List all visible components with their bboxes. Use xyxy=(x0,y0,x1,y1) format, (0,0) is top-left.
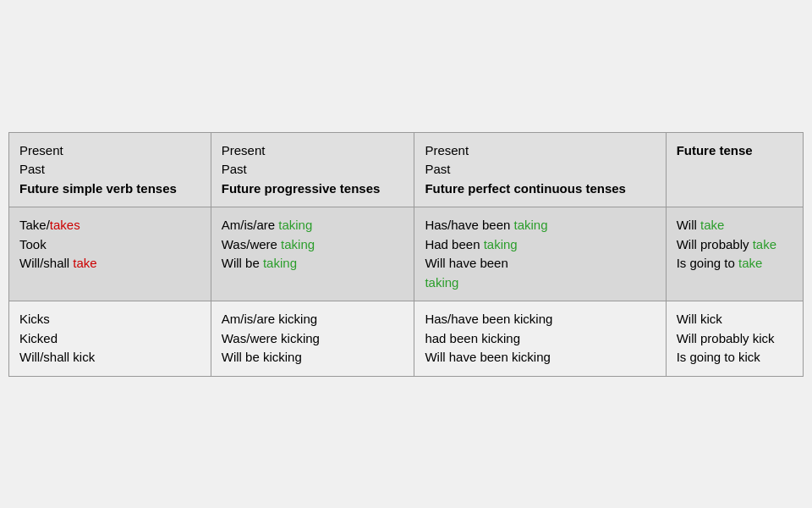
grammar-table: PresentPastFuture simple verb tenses Pre… xyxy=(8,132,804,377)
row2-cell4: Will kickWill probably kickIs going to k… xyxy=(666,301,803,377)
header-cell-2: PresentPastFuture progressive tenses xyxy=(211,132,414,207)
taking-6: taking xyxy=(425,275,458,290)
row2-cell2: Am/is/are kickingWas/were kickingWill be… xyxy=(211,301,414,377)
header-2-bold: Future progressive tenses xyxy=(222,181,381,196)
header-3-line1: PresentPast xyxy=(425,143,469,177)
kicks-text: KicksKickedWill/shall kick xyxy=(19,312,95,364)
row1-cell1: Take/takes Took Will/shall take xyxy=(9,207,211,301)
kick-future-text: Will kickWill probably kickIs going to k… xyxy=(677,312,775,364)
header-cell-1: PresentPastFuture simple verb tenses xyxy=(9,132,211,207)
take-text-3: take xyxy=(753,237,776,251)
header-cell-4: Future tense xyxy=(666,132,803,207)
take-text-2: take xyxy=(700,218,724,232)
row2-cell1: KicksKickedWill/shall kick xyxy=(9,301,211,377)
take-text-1: take xyxy=(73,256,96,270)
row1-cell3: Has/have been taking Had been taking Wil… xyxy=(414,207,666,301)
header-1-bold: Future simple verb tenses xyxy=(19,181,177,196)
header-2-line1: PresentPast xyxy=(222,143,266,177)
takes-text: takes xyxy=(50,218,80,232)
taking-2: taking xyxy=(281,237,315,251)
taking-5: taking xyxy=(484,237,518,251)
kicking-perf-text: Has/have been kickinghad been kickingWil… xyxy=(425,312,552,364)
row1-cell2: Am/is/are taking Was/were taking Will be… xyxy=(211,207,414,301)
taking-3: taking xyxy=(263,256,297,270)
row2-cell3: Has/have been kickinghad been kickingWil… xyxy=(414,301,666,377)
data-row-1: Take/takes Took Will/shall take Am/is/ar… xyxy=(9,207,804,301)
header-4-bold: Future tense xyxy=(677,143,753,157)
data-row-2: KicksKickedWill/shall kick Am/is/are kic… xyxy=(9,301,804,377)
take-text-4: take xyxy=(738,256,762,270)
taking-4: taking xyxy=(514,218,548,232)
header-3-bold: Future perfect continuous tenses xyxy=(425,181,626,196)
row1-cell4: Will take Will probably take Is going to… xyxy=(666,207,803,301)
taking-1: taking xyxy=(278,218,312,232)
header-1-line1: PresentPast xyxy=(19,143,63,177)
header-cell-3: PresentPastFuture perfect continuous ten… xyxy=(414,132,666,207)
kicking-prog-text: Am/is/are kickingWas/were kickingWill be… xyxy=(222,312,320,364)
header-row: PresentPastFuture simple verb tenses Pre… xyxy=(9,132,804,207)
